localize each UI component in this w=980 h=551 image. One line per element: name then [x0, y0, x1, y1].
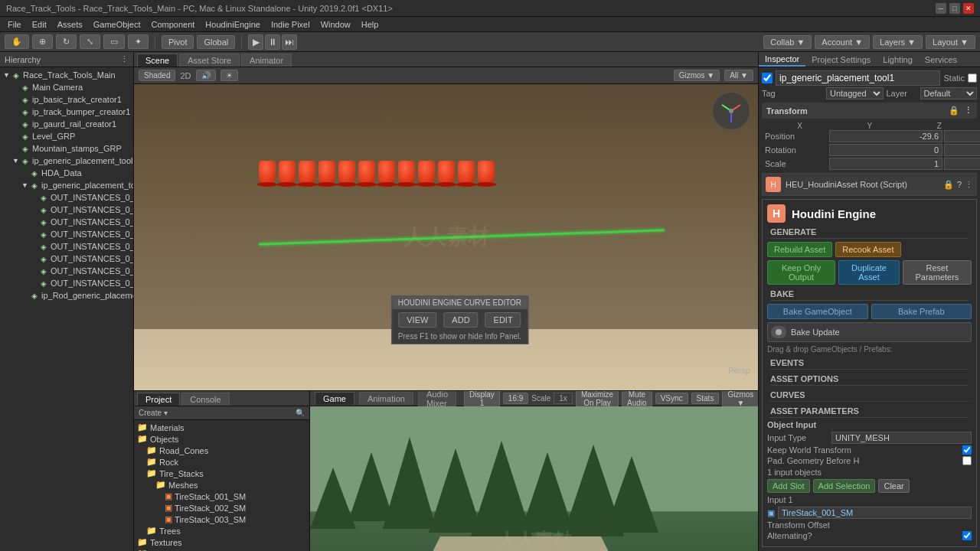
hierarchy-item-16[interactable]: ◈ OUT_INSTANCES_0_Instan... [0, 265, 133, 277]
mute-audio-btn[interactable]: Mute Audio [622, 390, 652, 409]
rot-x[interactable] [829, 144, 942, 156]
curve-add-btn[interactable]: ADD [443, 312, 478, 328]
toolbar-rotate-btn[interactable]: ↻ [56, 34, 77, 49]
bake-update-row[interactable]: Bake Update [767, 322, 972, 342]
game-viewport[interactable]: Game Animation Audio Mixer Display 1 16:… [310, 390, 758, 551]
toolbar-combo-btn[interactable]: ✦ [128, 34, 149, 49]
project-item-2[interactable]: 📁 Road_Cones [134, 445, 309, 456]
menu-item-houdiniengine[interactable]: HoudiniEngine [201, 18, 265, 31]
project-item-0[interactable]: 📁 Materials [134, 422, 309, 433]
transform-menu-icon[interactable]: ⋮ [964, 106, 972, 116]
gameobj-active-checkbox[interactable] [762, 73, 773, 83]
hierarchy-item-7[interactable]: ▼ ◈ ip_generic_placement_tool1 [0, 155, 133, 167]
tab-game[interactable]: Game [315, 392, 354, 405]
menu-item-edit[interactable]: Edit [28, 18, 51, 31]
hierarchy-item-0[interactable]: ▼ ◈ Race_Track_Tools_Main [0, 69, 133, 81]
project-item-5[interactable]: 📁 Meshes [134, 479, 309, 491]
rot-y[interactable] [944, 144, 980, 156]
tab-console[interactable]: Console [181, 393, 229, 406]
step-button[interactable]: ⏭ [282, 34, 297, 50]
gameobj-name-input[interactable] [776, 70, 940, 86]
tab-project-settings[interactable]: Project Settings [805, 54, 877, 66]
add-selection-btn[interactable]: Add Selection [813, 479, 876, 493]
project-item-1[interactable]: 📁 Objects [134, 433, 309, 445]
pad-geo-checkbox[interactable] [962, 456, 972, 465]
toolbar-scale-btn[interactable]: ⤡ [80, 34, 100, 49]
keep-output-btn[interactable]: Keep Only Output [767, 260, 835, 285]
collab-button[interactable]: Collab ▼ [763, 35, 812, 49]
pause-button[interactable]: ⏸ [265, 34, 280, 50]
shaded-button[interactable]: Shaded [139, 70, 175, 81]
maximize-button[interactable]: □ [949, 3, 960, 14]
tab-project[interactable]: Project [137, 393, 180, 406]
scale-value[interactable]: 1x [554, 393, 573, 404]
menu-item-gameobject[interactable]: GameObject [89, 18, 145, 31]
tab-animation[interactable]: Animation [359, 392, 413, 405]
project-item-8[interactable]: ▣ TireStack_003_SM [134, 514, 309, 525]
recook-asset-btn[interactable]: Recook Asset [835, 242, 900, 257]
maximize-play-btn[interactable]: Maximize On Play [576, 390, 619, 409]
hierarchy-item-3[interactable]: ◈ ip_track_bumper_creator1 [0, 106, 133, 118]
tag-select[interactable]: Untagged [826, 87, 884, 99]
project-item-10[interactable]: 📁 Textures [134, 536, 309, 548]
project-item-11[interactable]: 📁 Code [134, 548, 309, 551]
menu-item-indie-pixel[interactable]: Indie Pixel [266, 18, 315, 31]
hierarchy-item-13[interactable]: ◈ OUT_INSTANCES_0_Instan... [0, 228, 133, 240]
menu-item-component[interactable]: Component [146, 18, 199, 31]
hierarchy-item-18[interactable]: ◈ ip_Rod_generic_placemen... [0, 289, 133, 302]
vsync-btn[interactable]: VSync [655, 393, 688, 404]
clear-btn[interactable]: Clear [878, 479, 909, 493]
project-item-4[interactable]: 📁 Tire_Stacks [134, 468, 309, 479]
hierarchy-item-14[interactable]: ◈ OUT_INSTANCES_0_Instan... [0, 240, 133, 253]
tab-inspector[interactable]: Inspector [759, 53, 805, 67]
toolbar-hand-btn[interactable]: ✋ [5, 34, 29, 49]
pos-y[interactable] [944, 130, 980, 142]
hierarchy-item-1[interactable]: ◈ Main Camera [0, 81, 133, 93]
game-gizmos-btn[interactable]: Gizmos ▼ [722, 390, 758, 409]
heu-menu-icon[interactable]: ⋮ [965, 180, 973, 190]
toolbar-rect-btn[interactable]: ▭ [103, 34, 125, 49]
pos-x[interactable] [829, 130, 942, 142]
static-checkbox[interactable] [968, 73, 977, 83]
close-button[interactable]: ✕ [963, 3, 974, 14]
menu-item-file[interactable]: File [3, 18, 26, 31]
tab-animator[interactable]: Animator [241, 54, 292, 67]
menu-item-help[interactable]: Help [357, 18, 384, 31]
bake-prefab-btn[interactable]: Bake Prefab [871, 304, 972, 319]
scene-light-btn[interactable]: ☀ [220, 70, 238, 81]
reset-params-btn[interactable]: Reset Parameters [903, 260, 972, 285]
scene-audio-btn[interactable]: 🔊 [196, 70, 216, 81]
hierarchy-item-2[interactable]: ◈ ip_basic_track_creator1 [0, 93, 133, 106]
layer-select[interactable]: Default [920, 87, 978, 99]
transform-section[interactable]: Transform 🔒 ⋮ [762, 103, 977, 119]
project-item-6[interactable]: ▣ TireStack_001_SM [134, 491, 309, 502]
stats-btn[interactable]: Stats [691, 393, 720, 404]
menu-item-window[interactable]: Window [316, 18, 355, 31]
duplicate-asset-btn[interactable]: Duplicate Asset [838, 260, 900, 285]
curve-view-btn[interactable]: VIEW [398, 312, 436, 328]
hierarchy-item-6[interactable]: ◈ Mountain_stamps_GRP [0, 142, 133, 155]
tab-asset-store[interactable]: Asset Store [179, 54, 240, 67]
minimize-button[interactable]: ─ [936, 3, 946, 14]
menu-item-assets[interactable]: Assets [53, 18, 87, 31]
all-button[interactable]: All ▼ [724, 70, 753, 81]
pivot-button[interactable]: Pivot [162, 35, 194, 49]
scale-x[interactable] [829, 158, 942, 170]
global-button[interactable]: Global [197, 35, 235, 49]
keep-world-checkbox[interactable] [962, 445, 972, 455]
scale-y[interactable] [944, 158, 980, 170]
hierarchy-item-4[interactable]: ◈ ip_gaurd_rail_creator1 [0, 118, 133, 130]
tab-scene[interactable]: Scene [137, 54, 178, 67]
hierarchy-item-17[interactable]: ◈ OUT_INSTANCES_0_Instan... [0, 277, 133, 289]
curve-edit-btn[interactable]: EDIT [485, 312, 521, 328]
bake-gameobject-btn[interactable]: Bake GameObject [767, 304, 868, 319]
tab-lighting[interactable]: Lighting [877, 54, 919, 66]
account-button[interactable]: Account ▼ [815, 35, 870, 49]
hierarchy-item-5[interactable]: ◈ Level_GRP [0, 130, 133, 142]
project-item-7[interactable]: ▣ TireStack_002_SM [134, 502, 309, 514]
hierarchy-menu-icon[interactable]: ⋮ [120, 54, 129, 64]
add-slot-btn[interactable]: Add Slot [767, 479, 810, 493]
hierarchy-item-11[interactable]: ◈ OUT_INSTANCES_0_Instan... [0, 204, 133, 216]
hierarchy-item-9[interactable]: ▼ ◈ ip_generic_placement_tools_G... [0, 179, 133, 191]
scene-viewport[interactable]: 人人素材 HOUDINI ENGINE CURVE EDITOR [134, 84, 758, 390]
